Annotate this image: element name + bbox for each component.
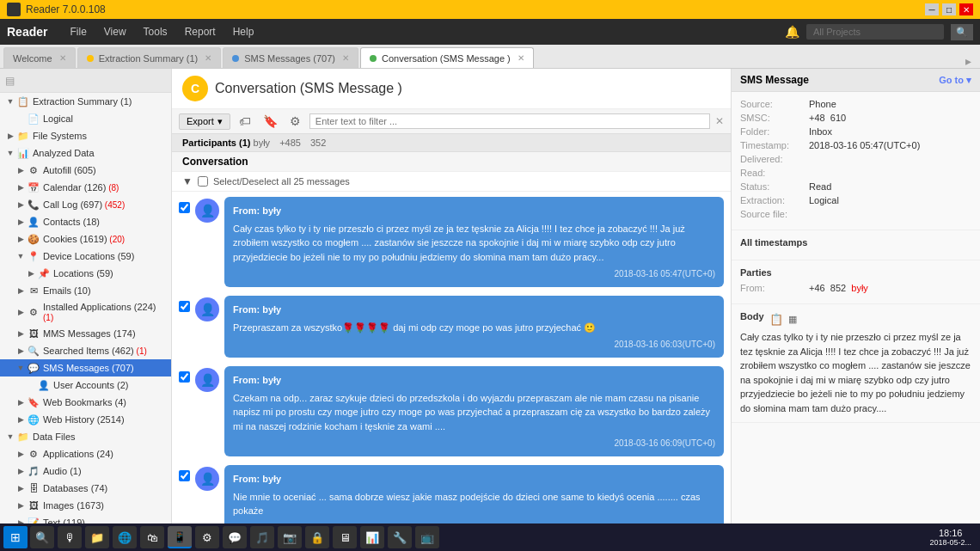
tab-conversation-close[interactable]: ✕ [518, 53, 524, 63]
taskbar-app8[interactable]: 🔧 [388, 526, 412, 548]
message-bubble[interactable]: From: byłyCzekam na odp... zaraz szykuje… [224, 366, 724, 456]
tree-item-label: Databases (74) [43, 483, 166, 493]
taskbar-app5[interactable]: 🔒 [305, 526, 329, 548]
sidebar-item-databases-(74)[interactable]: ▶🗄Databases (74) [0, 480, 171, 497]
sidebar-item-applications-(24)[interactable]: ▶⚙Applications (24) [0, 445, 171, 462]
message-avatar: 👤 [195, 297, 219, 321]
tab-extraction-close[interactable]: ✕ [205, 53, 211, 63]
tree-item-icon: ⚙ [28, 164, 40, 176]
notification-bell-icon[interactable]: 🔔 [785, 25, 799, 39]
sidebar-item-data-files[interactable]: ▼📁Data Files [0, 428, 171, 445]
minimize-button[interactable]: ─ [925, 3, 939, 15]
sidebar-item-web-history-(2514)[interactable]: ▶🌐Web History (2514) [0, 411, 171, 428]
maximize-button[interactable]: □ [942, 3, 956, 15]
sidebar-item-analyzed-data[interactable]: ▼📊Analyzed Data [0, 144, 171, 162]
sidebar-item-installed-applicatio[interactable]: ▶⚙Installed Applications (224) (1) [0, 299, 171, 325]
message-bubble[interactable]: From: byłyPrzepraszam za wszystko🌹🌹🌹🌹 da… [224, 296, 724, 358]
goto-button[interactable]: Go to ▾ [939, 75, 971, 86]
taskbar-store[interactable]: 🛍 [140, 526, 164, 548]
menu-help[interactable]: Help [224, 22, 263, 41]
tab-welcome-close[interactable]: ✕ [59, 53, 66, 63]
filter-input[interactable] [309, 113, 710, 129]
tree-item-icon: 🍪 [28, 233, 40, 245]
taskbar-file-explorer[interactable]: 📁 [85, 526, 109, 548]
taskbar-app4[interactable]: 📷 [278, 526, 302, 548]
message-bubble[interactable]: From: byłyCały czas tylko ty i ty nie pr… [224, 197, 724, 287]
tabs-expand-icon[interactable]: ▸ [960, 54, 977, 68]
sidebar-item-user-accounts-(2)[interactable]: 👤User Accounts (2) [0, 377, 171, 394]
taskbar-app1[interactable]: ⚙ [195, 526, 219, 548]
search-input[interactable] [806, 24, 944, 40]
conversation-label: Conversation [172, 152, 731, 172]
sidebar-item-autofill-(605)[interactable]: ▶⚙Autofill (605) [0, 162, 171, 179]
close-button[interactable]: ✕ [959, 3, 973, 15]
tree-item-icon: 👤 [38, 379, 50, 391]
tree-item-icon: 📋 [17, 95, 29, 107]
message-checkbox[interactable] [179, 371, 190, 383]
taskbar-app9[interactable]: 📺 [415, 526, 439, 548]
menu-view[interactable]: View [95, 22, 135, 41]
taskbar: ⊞ 🔍 🎙 📁 🌐 🛍 📱 ⚙ 💬 🎵 📷 🔒 🖥 📊 🔧 📺 18:16 20… [0, 523, 980, 551]
sms-metadata-section: Source: Phone SMSC: +48 610 Folder: Inbo… [732, 92, 980, 230]
tree-item-label: Contacts (18) [43, 217, 166, 227]
sidebar-item-cookies-(1619)[interactable]: ▶🍪Cookies (1619) (20) [0, 230, 171, 248]
sidebar-item-emails-(10)[interactable]: ▶✉Emails (10) [0, 282, 171, 299]
taskbar-app2[interactable]: 💬 [223, 526, 247, 548]
taskbar-app3[interactable]: 🎵 [250, 526, 274, 548]
smsc-value: +48 610 [809, 113, 971, 123]
sidebar-item-logical[interactable]: 📄Logical [0, 110, 171, 127]
bookmark-button[interactable]: 🔖 [260, 113, 281, 130]
taskbar-app6[interactable]: 🖥 [333, 526, 357, 548]
taskbar-search[interactable]: 🔍 [30, 526, 54, 548]
message-checkbox[interactable] [179, 202, 190, 213]
sidebar-item-file-systems[interactable]: ▶📁File Systems [0, 127, 171, 144]
taskbar-cortana[interactable]: 🎙 [58, 526, 82, 548]
tab-extraction[interactable]: Extraction Summary (1) ✕ [77, 47, 222, 68]
tree-item-icon: 📝 [28, 517, 40, 523]
sidebar-item-device-locations-(59[interactable]: ▼📍Device Locations (59) [0, 248, 171, 265]
tree-item-label: SMS Messages (707) [43, 363, 166, 373]
tag-button[interactable]: 🏷 [236, 113, 254, 130]
sidebar-item-sms-messages-(707)[interactable]: ▼💬SMS Messages (707) [0, 359, 171, 377]
tab-conversation[interactable]: Conversation (SMS Message ) ✕ [360, 47, 534, 68]
taskbar-edge[interactable]: 🌐 [113, 526, 137, 548]
start-button[interactable]: ⊞ [3, 526, 28, 548]
tab-sms[interactable]: SMS Messages (707) ✕ [223, 47, 358, 68]
tree-item-icon: 🖼 [28, 328, 40, 340]
menu-tools[interactable]: Tools [135, 22, 176, 41]
message-bubble[interactable]: From: byłyNie mnie to oceniać ... sama d… [224, 465, 724, 523]
message-from: From: były [233, 204, 715, 218]
sidebar-item-contacts-(18)[interactable]: ▶👤Contacts (18) [0, 213, 171, 230]
taskbar-reader[interactable]: 📱 [168, 526, 192, 548]
sidebar-item-locations-(59)[interactable]: ▶📌Locations (59) [0, 265, 171, 282]
select-all-checkbox[interactable] [198, 176, 208, 187]
sidebar-item-searched-items-(462)[interactable]: ▶🔍Searched Items (462) (1) [0, 342, 171, 359]
message-checkbox[interactable] [179, 470, 190, 481]
collapse-icon[interactable]: ▼ [182, 175, 193, 187]
menu-report[interactable]: Report [176, 22, 224, 41]
sms-panel-header: SMS Message Go to ▾ [732, 69, 980, 92]
tree-arrow-icon: ▶ [15, 398, 26, 407]
settings-gear-icon[interactable]: ⚙ [286, 113, 304, 130]
export-button[interactable]: Export ▾ [179, 113, 230, 130]
body-section: Body 📋 ▦ Cały czas tylko ty i ty nie prz… [732, 304, 980, 423]
sidebar-item-mms-messages-(174)[interactable]: ▶🖼MMS Messages (174) [0, 325, 171, 342]
sidebar-item-text-(119)[interactable]: ▶📝Text (119) [0, 514, 171, 523]
taskbar-app7[interactable]: 📊 [360, 526, 384, 548]
menu-file[interactable]: File [61, 22, 95, 41]
select-all-bar: ▼ Select/Deselect all 25 messages [172, 172, 731, 192]
sidebar-item-images-(1673)[interactable]: ▶🖼Images (1673) [0, 497, 171, 514]
sms-panel-title: SMS Message [740, 74, 809, 86]
message-checkbox[interactable] [179, 301, 190, 312]
tab-sms-close[interactable]: ✕ [342, 53, 349, 63]
tab-welcome[interactable]: Welcome ✕ [3, 47, 76, 68]
tree-item-icon: 💬 [28, 362, 40, 374]
filter-clear-icon[interactable]: ✕ [715, 115, 724, 127]
sidebar-item-calendar-(126)[interactable]: ▶📅Calendar (126) (8) [0, 179, 171, 196]
sidebar-item-web-bookmarks-(4)[interactable]: ▶🔖Web Bookmarks (4) [0, 394, 171, 411]
sidebar-item-extraction-summary-([interactable]: ▼📋Extraction Summary (1) [0, 93, 171, 110]
search-button[interactable]: 🔍 [951, 24, 973, 40]
export-chevron-icon: ▾ [217, 116, 223, 127]
sidebar-item-audio-(1)[interactable]: ▶🎵Audio (1) [0, 462, 171, 480]
sidebar-item-call-log-(697)[interactable]: ▶📞Call Log (697) (452) [0, 196, 171, 213]
